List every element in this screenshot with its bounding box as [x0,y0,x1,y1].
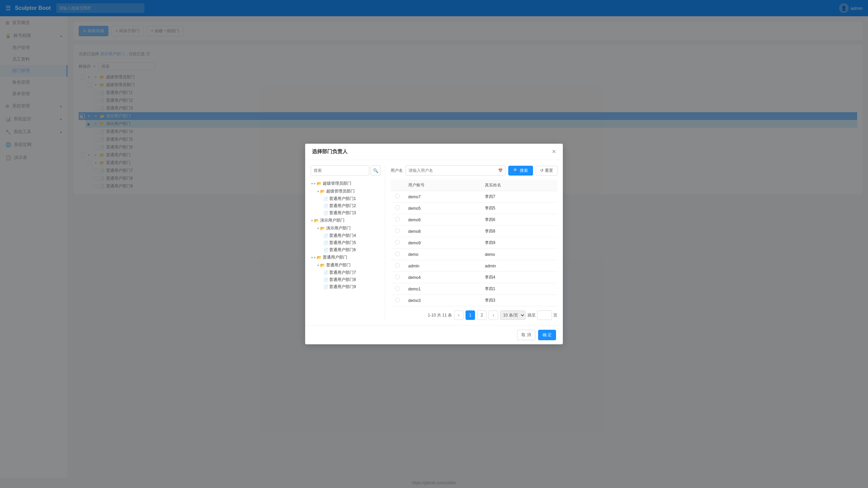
modal-folder-icon-admin: 📂 [317,181,322,186]
modal-cancel-button[interactable]: 取 消 [517,330,535,340]
user-table-header-row: 用户账号 真实姓名 [391,180,557,191]
table-row[interactable]: demo1 李四1 [391,283,557,295]
modal-folder-icon-admin-sub: 📂 [320,189,325,194]
table-row[interactable]: demo9 李四9 [391,237,557,249]
modal-tree-label-dept2: 普通用户部门2 [329,203,356,209]
modal-tree-label-dept3: 普通用户部门3 [329,210,356,216]
search-button[interactable]: 🔍 搜索 [508,166,533,176]
table-row[interactable]: demo demo [391,249,557,260]
modal-tree-label-dept6: 普通用户部门6 [329,247,356,253]
modal-tree-row-dept7[interactable]: 📄 普通用户部门7 [323,269,381,276]
table-row[interactable]: admin admin [391,260,557,272]
modal-tree-row-admin-sub[interactable]: ▾ 📂 超级管理员部门 [317,187,381,195]
modal-file-icon-dept5: 📄 [323,241,328,245]
search-icon: 🔍 [373,168,378,173]
modal-tree-row-demo[interactable]: ▾ 📂 演示用户部门 [311,217,381,224]
modal-file-icon-dept9: 📄 [323,285,328,289]
pagination-prev-btn[interactable]: ‹ [454,310,463,320]
modal-body: 🔍 ▾ ▾ 📂 超级管理员部门 ▾ 📂 [305,160,563,325]
table-row[interactable]: demo8 李四8 [391,226,557,237]
modal-folder-icon-demo-sub: 📂 [320,226,325,231]
table-header-radio [391,180,404,191]
user-radio-2[interactable] [395,217,400,222]
modal-tree-label-dept9: 普通用户部门9 [329,284,356,290]
pagination-page-1-btn[interactable]: 1 [466,310,475,320]
modal-expand-common2[interactable]: ▾ [314,256,316,259]
modal-file-icon-dept3: 📄 [323,211,328,215]
table-row[interactable]: demo5 李四5 [391,203,557,214]
username-filter-input[interactable] [406,165,506,176]
user-radio-9[interactable] [395,298,400,302]
modal-tree-label-dept1: 普通用户部门1 [329,196,356,202]
modal-tree-row-dept8[interactable]: 📄 普通用户部门8 [323,276,381,283]
username-filter-label: 用户名 [391,168,403,174]
modal-tree-row-dept6[interactable]: 📄 普通用户部门6 [323,246,381,253]
pagination-page-size-select[interactable]: 10 条/页 20 条/页 50 条/页 [500,310,526,320]
modal-tree-row-dept9[interactable]: 📄 普通用户部门9 [323,283,381,290]
modal-close-button[interactable]: ✕ [552,149,556,155]
modal-tree-row-dept2[interactable]: 📄 普通用户部门2 [323,202,381,209]
search-btn-icon: 🔍 [513,168,518,173]
user-account-cell: admin [404,260,481,272]
pagination-summary: 1-10 共 11 条 [428,312,452,318]
search-btn-label: 搜索 [520,168,528,174]
reset-btn-icon: ↺ [540,168,544,173]
modal-expand-admin-sub[interactable]: ▾ [317,190,319,193]
modal-left-tree: 🔍 ▾ ▾ 📂 超级管理员部门 ▾ 📂 [311,165,385,320]
user-account-cell: demo8 [404,226,481,237]
modal-tree-row-common[interactable]: ▾ ▾ 📂 普通用户部门 [311,253,381,261]
user-radio-4[interactable] [395,240,400,245]
modal-title: 选择部门负责人 [312,148,552,155]
calendar-icon: 📅 [498,168,503,173]
modal-tree-search-input[interactable] [311,165,369,176]
modal-expand-common-sub[interactable]: ▾ [317,264,319,267]
page-label: 页 [553,312,557,318]
modal-tree-row-dept5[interactable]: 📄 普通用户部门5 [323,239,381,246]
pagination-jump: 跳至 页 [528,310,557,320]
modal-tree-row-common-sub[interactable]: ▾ 📂 普通用户部门 [317,261,381,269]
user-account-cell: demo [404,249,481,260]
user-radio-1[interactable] [395,205,400,210]
modal-folder-icon-common: 📂 [317,255,322,260]
modal-tree-row-dept3[interactable]: 📄 普通用户部门3 [323,209,381,217]
modal-file-icon-dept7: 📄 [323,270,328,275]
modal-tree-children-demo-sub: 📄 普通用户部门4 📄 普通用户部门5 📄 普通用户部门6 [317,232,381,253]
pagination-page-2-btn[interactable]: 2 [477,310,487,320]
modal-confirm-button[interactable]: 确 定 [538,330,556,340]
modal-expand-admin2[interactable]: ▾ [314,182,316,185]
modal-right-content: 用户名 📅 🔍 搜索 ↺ 重置 [385,165,557,320]
modal-tree-label-dept4: 普通用户部门4 [329,233,356,239]
modal-tree-row-dept1[interactable]: 📄 普通用户部门1 [323,195,381,202]
user-radio-3[interactable] [395,228,400,233]
modal-expand-demo[interactable]: ▾ [311,219,313,222]
modal-tree-children-common: ▾ 📂 普通用户部门 📄 普通用户部门7 📄 普通用户部门8 [311,261,381,290]
pagination-jump-input[interactable] [537,310,552,320]
modal-expand-admin[interactable]: ▾ [311,182,313,185]
user-name-cell: 李四4 [481,272,557,283]
modal-expand-demo-sub[interactable]: ▾ [317,227,319,230]
table-row[interactable]: demo6 李四6 [391,214,557,226]
table-row[interactable]: demo3 李四3 [391,295,557,306]
modal-expand-common[interactable]: ▾ [311,256,313,259]
modal-tree-children-common-sub: 📄 普通用户部门7 📄 普通用户部门8 📄 普通用户部门9 [317,269,381,290]
modal-tree-label-common: 普通用户部门 [323,255,347,260]
modal-file-icon-dept6: 📄 [323,248,328,252]
reset-button[interactable]: ↺ 重置 [536,166,557,176]
pagination-next-btn[interactable]: › [489,310,498,320]
modal-tree-row-admin[interactable]: ▾ ▾ 📂 超级管理员部门 [311,180,381,187]
table-row[interactable]: demo4 李四4 [391,272,557,283]
user-name-cell: 李四7 [481,191,557,203]
modal-tree-label-dept7: 普通用户部门7 [329,270,356,276]
user-radio-7[interactable] [395,274,400,279]
modal-tree-search-button[interactable]: 🔍 [371,165,381,176]
user-radio-6[interactable] [395,263,400,268]
user-radio-0[interactable] [395,194,400,199]
username-filter-wrap: 📅 [406,165,506,176]
modal-tree-row-demo-sub[interactable]: ▾ 📂 演示用户部门 [317,224,381,232]
modal-tree-row-dept4[interactable]: 📄 普通用户部门4 [323,232,381,239]
user-radio-8[interactable] [395,286,400,291]
table-row[interactable]: demo7 李四7 [391,191,557,203]
jump-to-label: 跳至 [528,312,536,318]
user-radio-5[interactable] [395,251,400,256]
user-name-cell: demo [481,249,557,260]
